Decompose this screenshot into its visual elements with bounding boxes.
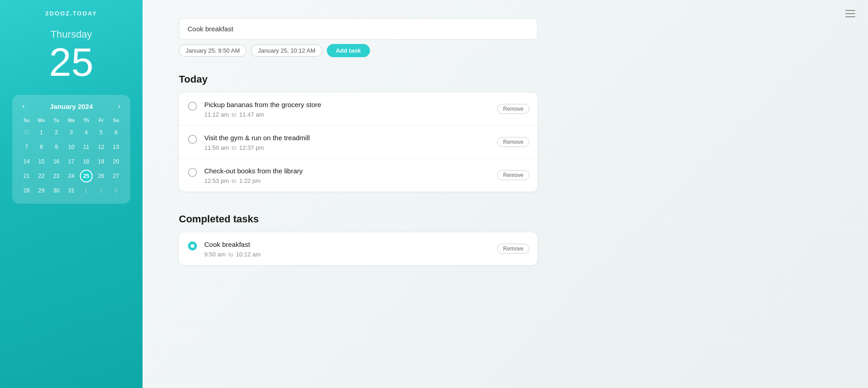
menu-icon[interactable] — [845, 10, 855, 17]
calendar-dow-mo: Mo — [35, 116, 49, 125]
task-item-today-0: Pickup bananas from the grocery store11:… — [179, 93, 538, 126]
calendar-day-7[interactable]: 7 — [20, 141, 33, 153]
menu-bar-2 — [845, 13, 855, 14]
calendar-day-2[interactable]: 2 — [50, 126, 63, 139]
calendar-day-8[interactable]: 8 — [35, 141, 48, 153]
calendar-day-5[interactable]: 5 — [95, 126, 108, 139]
today-section: Today Pickup bananas from the grocery st… — [179, 74, 841, 192]
calendar-day-13[interactable]: 13 — [110, 141, 123, 153]
task-time-completed-0: 9:50 amto10:12 am — [204, 251, 528, 258]
calendar-dow-fr: Fr — [94, 116, 108, 125]
remove-button-today-0[interactable]: Remove — [497, 104, 529, 114]
calendar-day-23[interactable]: 23 — [50, 170, 63, 182]
calendar-prev-button[interactable]: ‹ — [20, 101, 27, 111]
calendar-day-1[interactable]: 1 — [35, 126, 48, 139]
menu-bar-3 — [845, 16, 855, 17]
completed-title: Completed tasks — [179, 213, 841, 225]
time-sep-today-2: to — [232, 177, 237, 184]
calendar-day-17[interactable]: 17 — [65, 155, 78, 168]
calendar-dow-sa: Sa — [109, 116, 123, 125]
add-task-button[interactable]: Add task — [327, 44, 370, 57]
calendar-day-25[interactable]: 25 — [80, 170, 93, 182]
calendar-day-29[interactable]: 29 — [35, 184, 48, 197]
calendar-dow-th: Th — [79, 116, 93, 125]
task-time-today-1: 11:50 amto12:37 pm — [204, 144, 528, 151]
task-item-completed-0: Cook breakfast9:50 amto10:12 amRemove — [179, 232, 538, 265]
task-content-today-2: Check-out books from the library12:53 pm… — [204, 167, 528, 184]
calendar-day-1[interactable]: 1 — [80, 184, 93, 197]
task-radio-today-2[interactable] — [188, 168, 197, 177]
task-radio-today-0[interactable] — [188, 102, 197, 111]
calendar-next-button[interactable]: › — [115, 101, 123, 111]
calendar-day-31[interactable]: 31 — [20, 126, 33, 139]
task-start-today-2: 12:53 pm — [204, 177, 229, 184]
task-name-completed-0: Cook breakfast — [204, 241, 528, 248]
task-end-completed-0: 10:12 am — [236, 251, 261, 258]
task-name-today-1: Visit the gym & run on the treadmill — [204, 134, 528, 142]
task-start-today-1: 11:50 am — [204, 144, 229, 151]
day-label: Thursday — [50, 29, 92, 40]
calendar-day-16[interactable]: 16 — [50, 155, 63, 168]
task-content-today-0: Pickup bananas from the grocery store11:… — [204, 101, 528, 118]
day-number: 25 — [49, 42, 94, 82]
task-input-area: January 25, 9:50 AM January 25, 10:12 AM… — [179, 18, 841, 57]
time-sep-today-1: to — [232, 144, 237, 151]
calendar-day-9[interactable]: 9 — [50, 141, 63, 153]
calendar-day-31[interactable]: 31 — [65, 184, 78, 197]
main-content: January 25, 9:50 AM January 25, 10:12 AM… — [143, 0, 868, 388]
time-sep-today-0: to — [232, 111, 237, 118]
task-radio-today-1[interactable] — [188, 135, 197, 144]
calendar-dow-su: Su — [20, 116, 34, 125]
task-time-today-0: 11:12 amto11:47 am — [204, 111, 528, 118]
completed-task-list: Cook breakfast9:50 amto10:12 amRemove — [179, 232, 538, 265]
task-item-today-1: Visit the gym & run on the treadmill11:5… — [179, 126, 538, 159]
task-start-completed-0: 9:50 am — [204, 251, 226, 258]
calendar-day-18[interactable]: 18 — [80, 155, 93, 168]
sidebar: 2DOOZ.TODAY Thursday 25 ‹ January 2024 ›… — [0, 0, 143, 388]
calendar-day-2[interactable]: 2 — [95, 184, 108, 197]
calendar-day-3[interactable]: 3 — [110, 184, 123, 197]
calendar-day-3[interactable]: 3 — [65, 126, 78, 139]
calendar-grid: SuMoTuWeThFrSa31123456789101112131415161… — [20, 116, 123, 197]
calendar-day-4[interactable]: 4 — [80, 126, 93, 139]
task-input[interactable] — [179, 18, 538, 39]
calendar-day-24[interactable]: 24 — [65, 170, 78, 182]
task-item-today-2: Check-out books from the library12:53 pm… — [179, 159, 538, 192]
calendar-day-15[interactable]: 15 — [35, 155, 48, 168]
calendar-day-6[interactable]: 6 — [110, 126, 123, 139]
end-time-badge[interactable]: January 25, 10:12 AM — [251, 44, 322, 57]
input-row: January 25, 9:50 AM January 25, 10:12 AM… — [179, 44, 841, 57]
remove-button-completed-0[interactable]: Remove — [497, 244, 529, 254]
remove-button-today-1[interactable]: Remove — [497, 137, 529, 147]
task-end-today-0: 11:47 am — [239, 111, 264, 118]
today-task-list: Pickup bananas from the grocery store11:… — [179, 93, 538, 192]
calendar-day-14[interactable]: 14 — [20, 155, 33, 168]
calendar-day-22[interactable]: 22 — [35, 170, 48, 182]
calendar-month-label: January 2024 — [49, 103, 93, 110]
remove-button-today-2[interactable]: Remove — [497, 170, 529, 180]
task-end-today-2: 1:22 pm — [239, 177, 261, 184]
start-time-badge[interactable]: January 25, 9:50 AM — [179, 44, 247, 57]
calendar-day-28[interactable]: 28 — [20, 184, 33, 197]
completed-section: Completed tasks Cook breakfast9:50 amto1… — [179, 213, 841, 265]
calendar-day-26[interactable]: 26 — [95, 170, 108, 182]
calendar: ‹ January 2024 › SuMoTuWeThFrSa311234567… — [12, 95, 130, 204]
menu-bar-1 — [845, 10, 855, 11]
task-content-completed-0: Cook breakfast9:50 amto10:12 am — [204, 241, 528, 258]
calendar-day-11[interactable]: 11 — [80, 141, 93, 153]
calendar-dow-tu: Tu — [49, 116, 64, 125]
calendar-day-12[interactable]: 12 — [95, 141, 108, 153]
calendar-day-19[interactable]: 19 — [95, 155, 108, 168]
calendar-day-21[interactable]: 21 — [20, 170, 33, 182]
calendar-day-10[interactable]: 10 — [65, 141, 78, 153]
calendar-day-30[interactable]: 30 — [50, 184, 63, 197]
task-time-today-2: 12:53 pmto1:22 pm — [204, 177, 528, 184]
calendar-day-27[interactable]: 27 — [110, 170, 123, 182]
calendar-dow-we: We — [64, 116, 79, 125]
today-title: Today — [179, 74, 841, 85]
app-title: 2DOOZ.TODAY — [45, 0, 97, 24]
task-radio-completed-0[interactable] — [188, 241, 197, 250]
calendar-day-20[interactable]: 20 — [110, 155, 123, 168]
task-content-today-1: Visit the gym & run on the treadmill11:5… — [204, 134, 528, 151]
task-end-today-1: 12:37 pm — [239, 144, 264, 151]
